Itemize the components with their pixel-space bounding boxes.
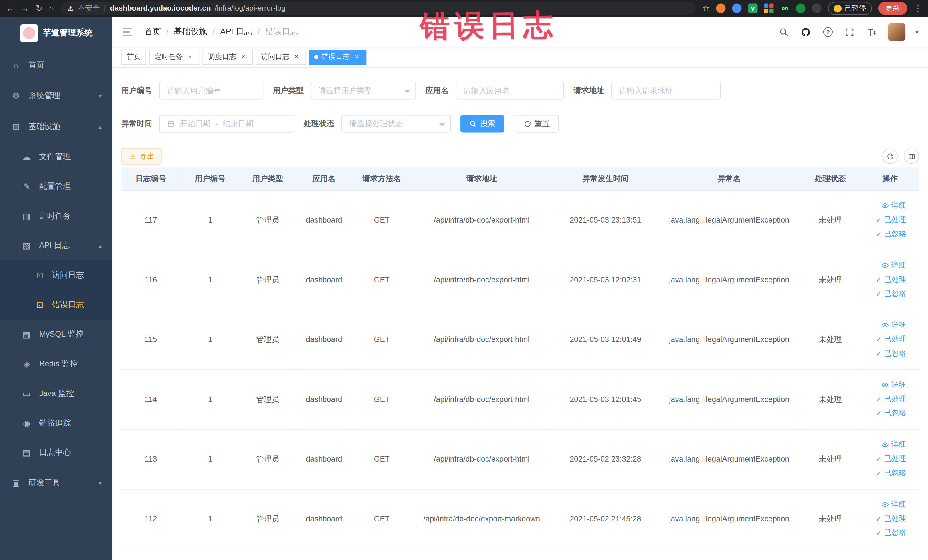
app-logo[interactable]: 芋道管理系统 <box>0 17 112 50</box>
cell-actions: 详细 ✓ 已处理 ✓ 已忽略 <box>861 489 919 549</box>
detail-link[interactable]: 详细 <box>881 499 906 510</box>
mark-processed-link[interactable]: ✓ 已处理 <box>876 334 906 344</box>
export-button[interactable]: 导出 <box>121 148 162 165</box>
sidebar-item-label: 错误日志 <box>52 299 84 310</box>
mark-processed-link[interactable]: ✓ 已处理 <box>876 215 906 225</box>
mark-ignored-link[interactable]: ✓ 已忽略 <box>876 289 906 299</box>
cell-time: 2021-05-03 12:02:31 <box>552 250 659 310</box>
sidebar-item-redis[interactable]: ◈ Redis 监控 <box>0 349 112 379</box>
vue-devtools-icon[interactable]: V <box>748 3 757 13</box>
sidebar-item-access-log[interactable]: ⊡ 访问日志 <box>0 261 112 290</box>
search-button[interactable]: 搜索 <box>461 115 504 132</box>
fullscreen-icon[interactable] <box>844 26 856 38</box>
extension-on-icon[interactable]: on <box>780 3 789 13</box>
tab-home[interactable]: 首页 <box>121 49 146 65</box>
sidebar-item-home[interactable]: ⌂ 首页 <box>0 50 112 81</box>
mark-ignored-link[interactable]: ✓ 已忽略 <box>876 229 906 239</box>
sidebar-item-error-log[interactable]: ⊡ 错误日志 <box>0 290 112 320</box>
column-settings-button[interactable] <box>904 149 919 164</box>
cell-actions: 详细 ✓ 已处理 ✓ 已忽略 <box>861 429 919 489</box>
mark-processed-link[interactable]: ✓ 已处理 <box>876 394 906 404</box>
browser-home-icon[interactable]: ⌂ <box>49 4 54 12</box>
sidebar-item-api-log[interactable]: ▧ API 日志 ▴ <box>0 231 112 261</box>
mark-ignored-link[interactable]: ✓ 已忽略 <box>876 468 906 478</box>
extension-icon-2[interactable] <box>732 3 742 13</box>
tab-cron[interactable]: 定时任务 × <box>149 49 199 65</box>
close-icon[interactable]: × <box>186 53 194 61</box>
back-icon[interactable]: ← <box>6 4 14 12</box>
avatar[interactable] <box>888 23 905 41</box>
extension-icon-1[interactable] <box>716 3 725 13</box>
breadcrumb-api-log[interactable]: API 日志 <box>220 26 252 37</box>
address-bar[interactable]: ⚠ 不安全 | dashboard.yudao.iocoder.cn /infr… <box>61 2 696 15</box>
font-size-icon[interactable] <box>866 26 878 38</box>
reload-icon[interactable]: ↻ <box>35 4 42 12</box>
update-button[interactable]: 更新 <box>878 2 907 15</box>
breadcrumb-infra[interactable]: 基础设施 <box>174 26 207 37</box>
mark-ignored-link[interactable]: ✓ 已忽略 <box>876 528 906 538</box>
sidebar-item-dev-tools[interactable]: ▣ 研发工具 ▾ <box>0 468 112 498</box>
mark-ignored-link[interactable]: ✓ 已忽略 <box>876 408 906 418</box>
detail-link[interactable]: 详细 <box>881 261 906 270</box>
cell-log-id: 116 <box>121 250 180 310</box>
sidebar-item-file-mgmt[interactable]: ☁ 文件管理 <box>0 142 112 172</box>
detail-link[interactable]: 详细 <box>881 201 906 211</box>
paused-badge[interactable]: 已暂停 <box>828 2 872 15</box>
sidebar-item-system[interactable]: ⚙ 系统管理 ▾ <box>0 81 112 111</box>
detail-link[interactable]: 详细 <box>881 439 906 450</box>
app-name-input[interactable] <box>456 82 564 99</box>
extension-grid-icon[interactable] <box>764 3 773 13</box>
close-icon[interactable]: × <box>292 53 301 61</box>
sidebar-item-log-center[interactable]: ▤ 日志中心 <box>0 438 112 468</box>
request-url-input[interactable] <box>611 82 721 99</box>
sidebar-item-mysql[interactable]: ▦ MySQL 监控 <box>0 319 112 349</box>
cell-user-id: 1 <box>180 250 240 310</box>
browser-chrome: ← → ↻ ⌂ ⚠ 不安全 | dashboard.yudao.iocoder.… <box>0 0 928 17</box>
detail-link[interactable]: 详细 <box>881 320 906 330</box>
browser-menu-icon[interactable]: ⋮ <box>914 4 922 12</box>
detail-link[interactable]: 详细 <box>881 380 906 390</box>
mark-processed-link[interactable]: ✓ 已处理 <box>876 514 906 524</box>
hamburger-icon[interactable] <box>122 26 133 38</box>
home-icon: ⌂ <box>11 61 21 70</box>
sidebar-item-infra[interactable]: ⊞ 基础设施 ▴ <box>0 111 112 142</box>
user-id-input[interactable] <box>159 82 263 99</box>
cell-log-id: 112 <box>121 489 180 549</box>
check-icon: ✓ <box>876 230 882 238</box>
date-end-placeholder: 结束日期 <box>223 118 253 129</box>
tab-access-log[interactable]: 访问日志 × <box>256 49 306 65</box>
date-range-picker[interactable]: 开始日期 - 结束日期 <box>159 115 294 132</box>
cell-app-name: dashboard <box>296 250 352 310</box>
close-icon[interactable]: × <box>239 53 247 61</box>
avatar-caret-icon[interactable]: ▾ <box>916 29 918 35</box>
help-icon[interactable]: ? <box>822 26 834 38</box>
refresh-table-button[interactable] <box>882 149 898 164</box>
reset-button[interactable]: 重置 <box>515 115 559 132</box>
check-icon: ✓ <box>876 350 882 357</box>
sidebar-item-java[interactable]: ▭ Java 监控 <box>0 379 112 409</box>
close-icon[interactable]: × <box>353 53 361 61</box>
user-type-select[interactable]: 请选择用户类型 <box>311 82 416 99</box>
search-icon[interactable] <box>778 26 790 38</box>
github-icon[interactable] <box>800 26 812 38</box>
breadcrumb-home[interactable]: 首页 <box>144 26 161 37</box>
forward-icon[interactable]: → <box>21 4 29 12</box>
mark-processed-link[interactable]: ✓ 已处理 <box>876 454 906 464</box>
tab-error-log[interactable]: 错误日志 × <box>309 49 366 65</box>
eye-icon: ◉ <box>21 418 32 428</box>
sidebar-item-config-mgmt[interactable]: ✎ 配置管理 <box>0 172 112 201</box>
status-select[interactable]: 请选择处理状态 <box>342 115 451 132</box>
bookmark-star-icon[interactable]: ☆ <box>702 4 710 12</box>
cell-exception: java.lang.IllegalArgumentException <box>659 250 800 310</box>
sidebar-item-cron[interactable]: ▥ 定时任务 <box>0 201 112 231</box>
col-log-id: 日志编号 <box>121 168 180 190</box>
col-request-url: 请求地址 <box>411 168 552 190</box>
cell-user-type: 管理员 <box>240 429 296 489</box>
mark-ignored-link[interactable]: ✓ 已忽略 <box>876 349 906 359</box>
screenshot-root: ← → ↻ ⌂ ⚠ 不安全 | dashboard.yudao.iocoder.… <box>0 0 928 560</box>
tab-schedule-log[interactable]: 调度日志 × <box>203 49 253 65</box>
sidebar-item-trace[interactable]: ◉ 链路追踪 <box>0 408 112 438</box>
mark-processed-link[interactable]: ✓ 已处理 <box>876 275 906 285</box>
extension-icon-5[interactable] <box>796 3 805 13</box>
extension-icon-6[interactable] <box>812 3 821 13</box>
